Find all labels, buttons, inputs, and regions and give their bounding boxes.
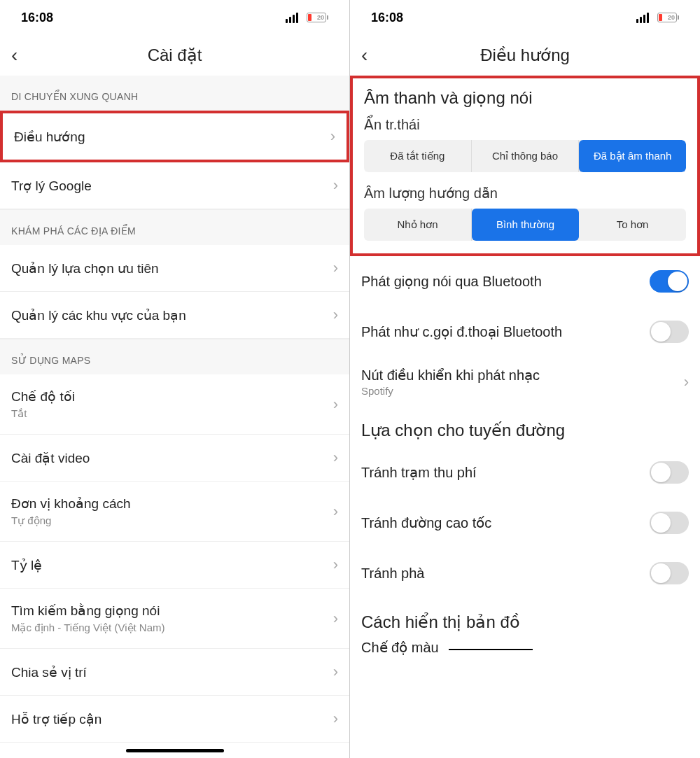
sound-voice-section: Âm thanh và giọng nói Ẩn tr.thái Đã tắt … xyxy=(350,76,700,256)
section-header: KHÁM PHÁ CÁC ĐỊA ĐIỂM xyxy=(0,209,349,245)
accessibility-item[interactable]: Hỗ trợ tiếp cận › xyxy=(0,696,349,743)
chevron-right-icon: › xyxy=(333,610,338,628)
back-button[interactable]: ‹ xyxy=(11,44,18,66)
bluetooth-call-toggle[interactable] xyxy=(650,321,689,343)
distance-units-item[interactable]: Đơn vị khoảng cách Tự động › xyxy=(0,482,349,542)
item-label: Chia sẻ vị trí xyxy=(11,664,87,680)
mute-segmented-control: Đã tắt tiếng Chỉ thông báo Đã bật âm tha… xyxy=(364,140,686,172)
item-sublabel: Tắt xyxy=(11,407,75,420)
dark-mode-item[interactable]: Chế độ tối Tắt › xyxy=(0,374,349,435)
status-time-group: 16:08 xyxy=(371,10,406,25)
settings-screen: 16:08 20 ‹ Cài đặt DI CHUYỂN XUNG QUANH … xyxy=(0,0,350,758)
status-time: 16:08 xyxy=(371,10,403,25)
segment-normal[interactable]: Bình thường xyxy=(472,209,579,241)
status-hide-label: Ẩn tr.thái xyxy=(353,113,697,140)
chevron-right-icon: › xyxy=(333,503,338,521)
preferences-item[interactable]: Quản lý lựa chọn ưu tiên › xyxy=(0,245,349,292)
page-title: Cài đặt xyxy=(148,45,202,65)
item-sublabel: Spotify xyxy=(361,385,540,397)
segment-softer[interactable]: Nhỏ hơn xyxy=(364,209,472,241)
toggle-label: Phát giọng nói qua Bluetooth xyxy=(361,273,542,290)
page-title: Điều hướng xyxy=(480,45,570,65)
signal-icon xyxy=(286,13,298,23)
chevron-right-icon: › xyxy=(333,449,338,467)
avoid-ferries-toggle[interactable] xyxy=(650,562,689,584)
nav-header: ‹ Cài đặt xyxy=(0,35,349,76)
segment-muted[interactable]: Đã tắt tiếng xyxy=(364,140,472,172)
volume-label: Âm lượng hướng dẫn xyxy=(353,182,697,209)
home-indicator[interactable] xyxy=(126,749,224,752)
avoid-tolls-row: Tránh trạm thu phí xyxy=(350,447,700,498)
chevron-right-icon: › xyxy=(333,176,338,195)
chevron-right-icon: › xyxy=(333,710,338,728)
color-mode-row[interactable]: Chế độ màu xyxy=(350,639,700,663)
item-label: Cài đặt video xyxy=(11,450,90,466)
chevron-right-icon: › xyxy=(333,259,338,277)
navigation-settings[interactable]: Âm thanh và giọng nói Ẩn tr.thái Đã tắt … xyxy=(350,76,700,758)
bluetooth-call-row: Phát như c.gọi đ.thoại Bluetooth xyxy=(350,307,700,357)
section-header: DI CHUYỂN XUNG QUANH xyxy=(0,76,349,111)
item-label: Quản lý các khu vực của bạn xyxy=(11,307,186,323)
segment-alerts-only[interactable]: Chỉ thông báo xyxy=(472,140,580,172)
chevron-right-icon: › xyxy=(684,373,689,391)
avoid-highways-row: Tránh đường cao tốc xyxy=(350,498,700,548)
navigation-screen: 16:08 20 ‹ Điều hướng Âm thanh và giọng … xyxy=(350,0,700,758)
route-options-heading: Lựa chọn cho tuyến đường xyxy=(350,407,700,447)
bluetooth-voice-toggle[interactable] xyxy=(650,270,689,293)
color-mode-label: Chế độ màu xyxy=(361,640,439,655)
toggle-label: Tránh đường cao tốc xyxy=(361,514,491,531)
status-time: 16:08 xyxy=(21,10,53,25)
toggle-label: Phát như c.gọi đ.thoại Bluetooth xyxy=(361,323,562,340)
settings-list[interactable]: DI CHUYỂN XUNG QUANH Điều hướng › Trợ lý… xyxy=(0,76,349,758)
chevron-right-icon: › xyxy=(333,306,338,324)
sound-heading: Âm thanh và giọng nói xyxy=(353,78,697,113)
nav-header: ‹ Điều hướng xyxy=(350,35,700,76)
color-mode-value-underline xyxy=(449,649,533,650)
video-settings-item[interactable]: Cài đặt video › xyxy=(0,435,349,482)
manage-areas-item[interactable]: Quản lý các khu vực của bạn › xyxy=(0,292,349,339)
scale-item[interactable]: Tỷ lệ › xyxy=(0,542,349,589)
item-label: Hỗ trợ tiếp cận xyxy=(11,711,102,727)
back-button[interactable]: ‹ xyxy=(361,44,368,66)
status-icons: 20 xyxy=(636,10,679,25)
location-sharing-item[interactable]: Chia sẻ vị trí › xyxy=(0,649,349,696)
avoid-highways-toggle[interactable] xyxy=(650,512,689,534)
item-label: Trợ lý Google xyxy=(11,178,92,194)
bluetooth-voice-row: Phát giọng nói qua Bluetooth xyxy=(350,256,700,307)
battery-icon: 20 xyxy=(307,13,328,22)
battery-icon: 20 xyxy=(657,13,679,22)
toggle-label: Tránh phà xyxy=(361,566,424,582)
map-display-heading: Cách hiển thị bản đồ xyxy=(350,598,700,639)
status-icons: 20 xyxy=(286,10,328,25)
item-label: Quản lý lựa chọn ưu tiên xyxy=(11,260,159,276)
voice-search-item[interactable]: Tìm kiếm bằng giọng nói Mặc định - Tiếng… xyxy=(0,589,349,649)
chevron-right-icon: › xyxy=(333,395,338,414)
nav-google-assistant-item[interactable]: Trợ lý Google › xyxy=(0,162,349,209)
item-label: Chế độ tối xyxy=(11,388,75,405)
item-label: Nút điều khiển khi phát nhạc xyxy=(361,367,540,384)
chevron-right-icon: › xyxy=(333,556,338,574)
volume-segmented-control: Nhỏ hơn Bình thường To hơn xyxy=(364,209,686,241)
avoid-tolls-toggle[interactable] xyxy=(650,461,689,484)
status-bar: 16:08 20 xyxy=(0,0,349,35)
avoid-ferries-row: Tránh phà xyxy=(350,548,700,598)
segment-louder[interactable]: To hơn xyxy=(579,209,686,241)
section-header: SỬ DỤNG MAPS xyxy=(0,339,349,374)
nav-navigation-item[interactable]: Điều hướng › xyxy=(0,111,349,162)
chevron-right-icon: › xyxy=(330,127,335,146)
signal-icon xyxy=(636,13,649,23)
music-control-item[interactable]: Nút điều khiển khi phát nhạc Spotify › xyxy=(350,357,700,407)
item-label: Điều hướng xyxy=(14,129,85,145)
toggle-label: Tránh trạm thu phí xyxy=(361,464,477,481)
chevron-right-icon: › xyxy=(333,663,338,681)
item-label: Đơn vị khoảng cách xyxy=(11,496,131,512)
item-sublabel: Tự động xyxy=(11,514,131,527)
item-label: Tỷ lệ xyxy=(11,557,42,573)
status-time-group: 16:08 xyxy=(21,10,56,25)
status-bar: 16:08 20 xyxy=(350,0,700,35)
item-label: Tìm kiếm bằng giọng nói xyxy=(11,603,165,619)
item-sublabel: Mặc định - Tiếng Việt (Việt Nam) xyxy=(11,622,165,634)
segment-unmuted[interactable]: Đã bật âm thanh xyxy=(579,140,686,172)
